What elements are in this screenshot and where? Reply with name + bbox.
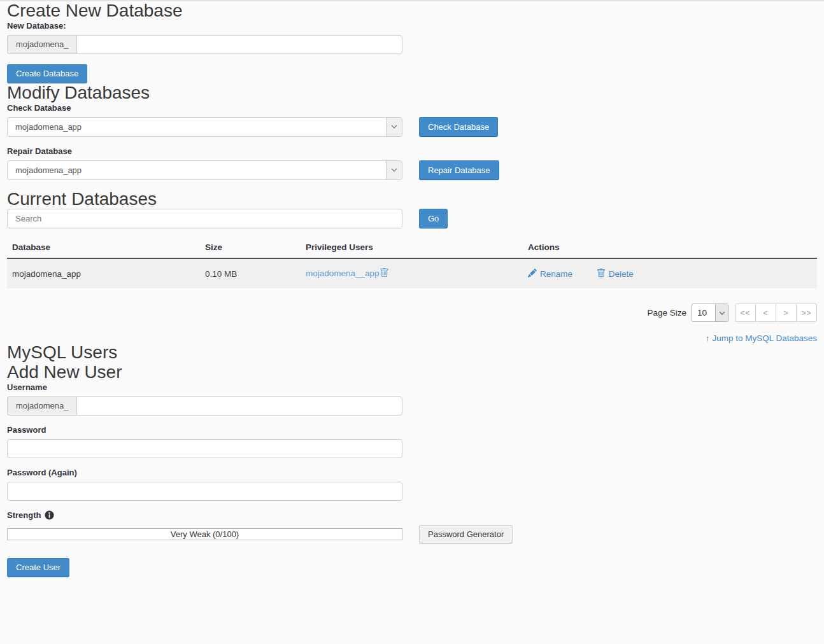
password-label: Password: [7, 425, 817, 435]
info-icon[interactable]: [45, 510, 54, 520]
current-databases-table: Database Size Privileged Users Actions m…: [7, 239, 817, 288]
username-input-group: mojadomena_: [7, 396, 402, 416]
check-database-button[interactable]: Check Database: [419, 117, 498, 137]
username-label: Username: [7, 382, 817, 392]
privileged-users-cell: mojadomena__app: [301, 258, 523, 288]
jump-to-mysql-databases-link[interactable]: ↑ Jump to MySQL Databases: [706, 333, 817, 343]
pagination-button-group: << < > >>: [735, 304, 817, 322]
column-header-size: Size: [200, 239, 301, 258]
mysql-databases-page: Create New Database New Database: mojado…: [0, 1, 824, 577]
new-database-input[interactable]: [76, 35, 402, 54]
password-strength-meter: Very Weak (0/100): [7, 528, 402, 540]
up-arrow-icon: ↑: [706, 333, 710, 343]
mysql-users-heading: MySQL Users: [7, 343, 817, 363]
rename-label: Rename: [540, 269, 572, 279]
delete-label: Delete: [609, 269, 634, 279]
password-input[interactable]: [7, 439, 402, 458]
column-header-database: Database: [7, 239, 200, 258]
trash-icon: [597, 269, 606, 279]
pagination-last-button[interactable]: >>: [796, 304, 817, 322]
database-search-input[interactable]: [7, 209, 402, 228]
page-size-value: 10: [692, 304, 715, 321]
modify-databases-heading: Modify Databases: [7, 83, 817, 103]
database-prefix-addon: mojadomena_: [7, 35, 76, 54]
pencil-icon: [528, 269, 537, 279]
chevron-down-icon: [386, 118, 402, 136]
create-database-button[interactable]: Create Database: [7, 64, 87, 83]
new-database-label: New Database:: [7, 21, 817, 31]
check-database-select-value: mojadomena_app: [8, 118, 386, 136]
trash-icon[interactable]: [380, 268, 389, 279]
repair-database-button[interactable]: Repair Database: [419, 160, 499, 180]
create-new-database-heading: Create New Database: [7, 1, 817, 21]
strength-label: Strength: [7, 510, 41, 520]
column-header-actions: Actions: [523, 239, 817, 258]
new-database-input-group: mojadomena_: [7, 35, 402, 54]
search-go-button[interactable]: Go: [419, 209, 448, 228]
database-name-cell: mojadomena_app: [7, 258, 200, 288]
privileged-user-link[interactable]: mojadomena__app: [306, 269, 380, 278]
pagination-next-button[interactable]: >: [776, 304, 797, 322]
table-header-row: Database Size Privileged Users Actions: [7, 239, 817, 258]
check-database-select[interactable]: mojadomena_app: [7, 117, 402, 137]
column-header-privileged-users: Privileged Users: [301, 239, 523, 258]
username-input[interactable]: [76, 396, 402, 416]
check-database-label: Check Database: [7, 103, 817, 113]
pagination-first-button[interactable]: <<: [735, 304, 756, 322]
repair-database-label: Repair Database: [7, 146, 817, 156]
repair-database-select[interactable]: mojadomena_app: [7, 160, 402, 180]
current-databases-heading: Current Databases: [7, 190, 817, 209]
repair-database-select-value: mojadomena_app: [8, 161, 386, 179]
add-new-user-heading: Add New User: [7, 363, 817, 382]
chevron-down-icon: [386, 161, 402, 179]
password-generator-button[interactable]: Password Generator: [419, 525, 513, 543]
page-size-select[interactable]: 10: [692, 304, 728, 322]
pagination-bar: Page Size 10 << < > >>: [7, 304, 817, 322]
jump-link-label: Jump to MySQL Databases: [712, 333, 817, 343]
chevron-down-icon: [715, 304, 728, 321]
delete-database-link[interactable]: Delete: [597, 269, 634, 279]
table-row: mojadomena_app 0.10 MB mojadomena__app R…: [7, 258, 817, 288]
create-user-button[interactable]: Create User: [7, 558, 69, 577]
database-size-cell: 0.10 MB: [200, 258, 301, 288]
actions-cell: Rename Delete: [523, 258, 817, 288]
username-prefix-addon: mojadomena_: [7, 396, 76, 416]
pagination-prev-button[interactable]: <: [755, 304, 776, 322]
password-again-input[interactable]: [7, 482, 402, 501]
password-again-label: Password (Again): [7, 468, 817, 477]
rename-database-link[interactable]: Rename: [528, 269, 572, 279]
page-size-label: Page Size: [647, 308, 686, 318]
strength-value: Very Weak (0/100): [171, 529, 239, 539]
